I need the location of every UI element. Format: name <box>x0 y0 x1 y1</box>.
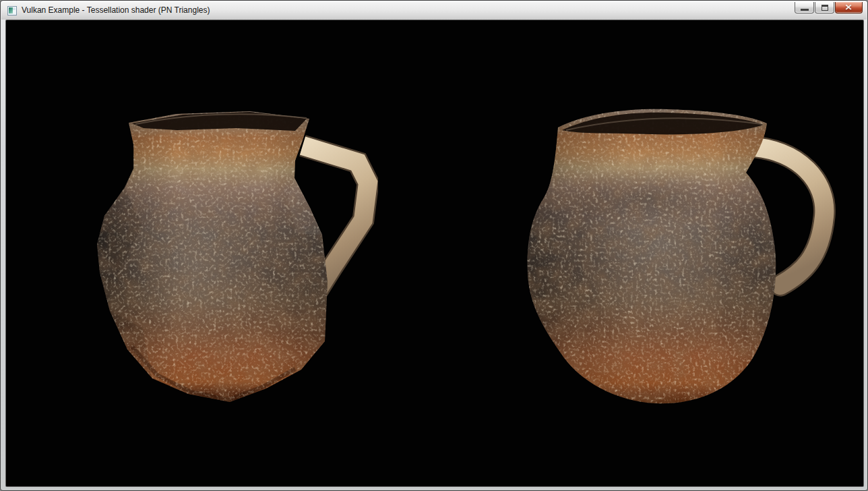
close-icon: ✕ <box>845 3 853 12</box>
close-button[interactable]: ✕ <box>835 2 863 13</box>
jug-low-poly <box>95 105 378 405</box>
maximize-button[interactable] <box>815 2 834 13</box>
minimize-button[interactable] <box>795 2 814 13</box>
render-viewport[interactable] <box>6 20 863 486</box>
minimize-icon <box>801 9 809 11</box>
application-icon[interactable] <box>7 6 17 16</box>
jug-tessellated <box>523 103 836 407</box>
window-controls: ✕ <box>795 2 863 13</box>
window-title: Vulkan Example - Tessellation shader (PN… <box>22 1 210 20</box>
title-bar[interactable]: Vulkan Example - Tessellation shader (PN… <box>1 1 867 20</box>
window-frame[interactable]: Vulkan Example - Tessellation shader (PN… <box>0 0 868 491</box>
maximize-icon <box>822 5 828 11</box>
